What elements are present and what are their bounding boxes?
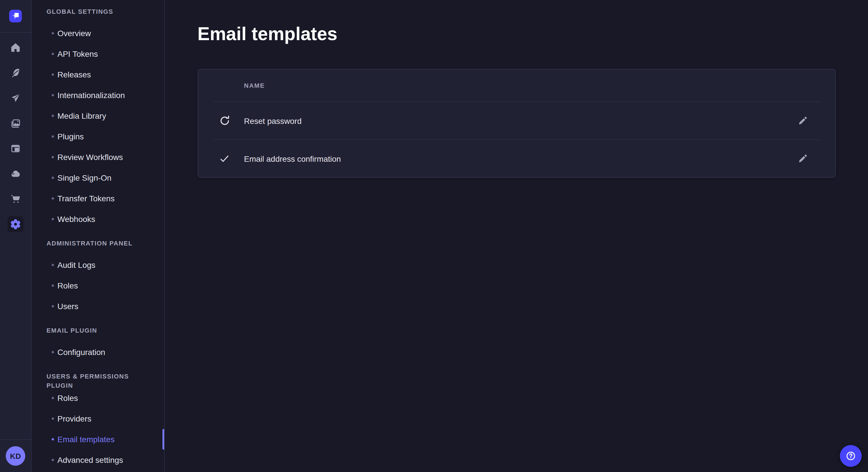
bullet-icon — [52, 351, 54, 353]
feather-icon[interactable] — [7, 65, 24, 81]
bullet-icon — [52, 73, 54, 76]
sidebar-item-email-templates[interactable]: Email templates — [32, 429, 164, 450]
sidebar-item-admin-roles[interactable]: Roles — [32, 275, 164, 296]
section-header: ADMINISTRATION PANEL — [32, 239, 164, 248]
sidebar-item-api-tokens[interactable]: API Tokens — [32, 43, 164, 64]
strapi-settings-window: KD GLOBAL SETTINGS Overview API Tokens R… — [0, 0, 868, 472]
email-templates-table: NAME Reset password — [197, 69, 836, 178]
active-indicator-bar — [162, 429, 164, 450]
bullet-icon — [52, 438, 54, 440]
icon-rail: KD — [0, 0, 32, 472]
strapi-logo-icon — [9, 10, 22, 22]
section-header: GLOBAL SETTINGS — [32, 7, 164, 16]
bullet-icon — [52, 115, 54, 117]
cloud-icon[interactable] — [7, 166, 24, 182]
bullet-icon — [52, 156, 54, 158]
home-icon[interactable] — [7, 40, 24, 56]
table-header-row: NAME — [198, 69, 835, 102]
section-administration-panel: ADMINISTRATION PANEL Audit Logs Roles Us… — [32, 239, 164, 316]
section-global-settings: GLOBAL SETTINGS Overview API Tokens Rele… — [32, 7, 164, 229]
question-mark-circle-icon — [844, 450, 857, 462]
main-content: Email templates NAME Reset password — [165, 0, 868, 472]
layout-panels-icon[interactable] — [7, 140, 24, 157]
settings-subnav: GLOBAL SETTINGS Overview API Tokens Rele… — [32, 0, 165, 472]
sidebar-item-webhooks[interactable]: Webhooks — [32, 209, 164, 229]
rail-nav — [0, 33, 31, 232]
sidebar-item-advanced-settings[interactable]: Advanced settings — [32, 450, 164, 470]
bullet-icon — [52, 397, 54, 399]
bullet-icon — [52, 305, 54, 307]
sidebar-item-admin-users[interactable]: Users — [32, 296, 164, 316]
pencil-icon — [798, 154, 807, 164]
avatar-initials: KD — [10, 452, 21, 460]
sidebar-item-plugins[interactable]: Plugins — [32, 126, 164, 147]
bullet-icon — [52, 53, 54, 55]
help-button[interactable] — [840, 445, 862, 467]
section-header: USERS & PERMISSIONS PLUGIN — [32, 372, 164, 381]
settings-gear-icon[interactable] — [7, 216, 24, 232]
sidebar-item-overview[interactable]: Overview — [32, 23, 164, 43]
user-avatar[interactable]: KD — [6, 446, 25, 466]
bullet-icon — [52, 32, 54, 34]
table-row-email-address-confirmation: Email address confirmation — [198, 140, 835, 177]
bullet-icon — [52, 94, 54, 96]
column-header-name: NAME — [244, 82, 265, 89]
template-name: Reset password — [244, 116, 302, 125]
strapi-logo[interactable] — [9, 10, 22, 22]
sidebar-item-providers[interactable]: Providers — [32, 408, 164, 429]
bullet-icon — [52, 284, 54, 287]
bullet-icon — [52, 177, 54, 179]
edit-email-confirmation-button[interactable] — [794, 149, 812, 168]
edit-reset-password-button[interactable] — [794, 111, 812, 130]
bullet-icon — [52, 459, 54, 461]
sidebar-item-releases[interactable]: Releases — [32, 64, 164, 85]
bullet-icon — [52, 417, 54, 420]
pencil-icon — [798, 116, 807, 126]
bullet-icon — [52, 264, 54, 266]
bullet-icon — [52, 135, 54, 138]
sidebar-item-media-library[interactable]: Media Library — [32, 105, 164, 126]
sidebar-item-review-workflows[interactable]: Review Workflows — [32, 147, 164, 167]
arrow-clockwise-icon — [219, 115, 230, 126]
table-row-reset-password: Reset password — [198, 102, 835, 139]
media-library-icon[interactable] — [7, 115, 24, 131]
section-email-plugin: EMAIL PLUGIN Configuration — [32, 326, 164, 363]
template-name: Email address confirmation — [244, 154, 341, 163]
bullet-icon — [52, 218, 54, 220]
marketplace-cart-icon[interactable] — [7, 191, 24, 207]
sidebar-item-transfer-tokens[interactable]: Transfer Tokens — [32, 188, 164, 209]
send-plane-icon[interactable] — [7, 90, 24, 106]
bullet-icon — [52, 197, 54, 200]
section-header: EMAIL PLUGIN — [32, 326, 164, 335]
check-icon — [219, 154, 230, 164]
sidebar-item-internationalization[interactable]: Internationalization — [32, 85, 164, 105]
sidebar-item-up-roles[interactable]: Roles — [32, 388, 164, 408]
sidebar-item-audit-logs[interactable]: Audit Logs — [32, 255, 164, 275]
section-users-permissions-plugin: USERS & PERMISSIONS PLUGIN Roles Provide… — [32, 372, 164, 470]
rail-divider — [0, 439, 31, 440]
page-title: Email templates — [197, 23, 836, 45]
sidebar-item-single-sign-on[interactable]: Single Sign-On — [32, 167, 164, 188]
sidebar-item-email-configuration[interactable]: Configuration — [32, 342, 164, 363]
